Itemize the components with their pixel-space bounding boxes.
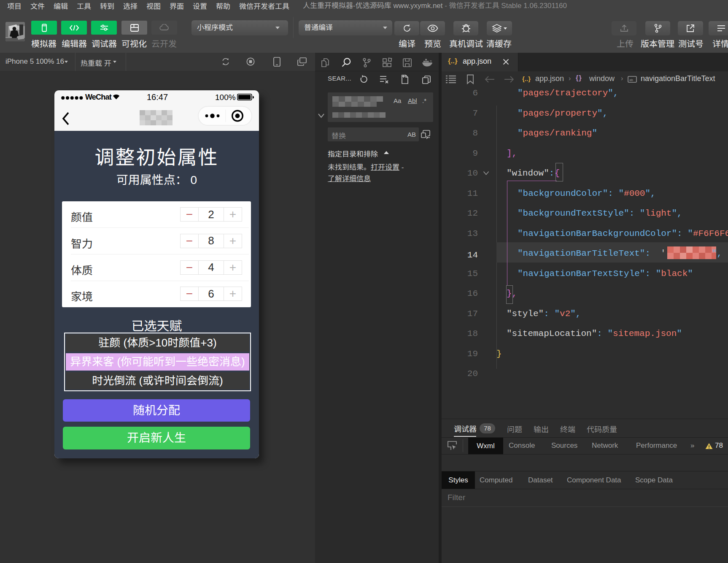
svg-text:ab: ab xyxy=(629,78,633,82)
